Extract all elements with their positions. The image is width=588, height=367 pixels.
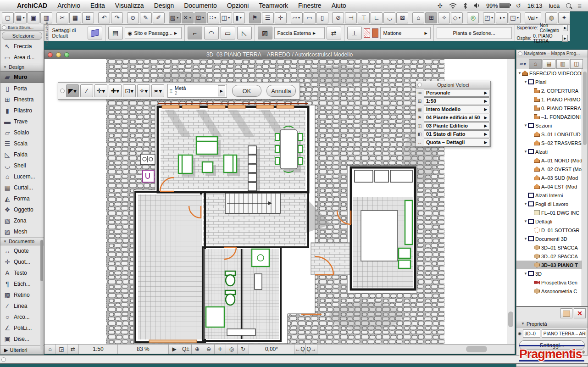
viewpoint-name-field[interactable]: PIANO TERRA – ARRE xyxy=(542,329,586,338)
copy-button[interactable]: ▦ xyxy=(69,12,81,23)
tool-pilastro[interactable]: ▮Pilastro xyxy=(0,105,44,116)
drag-node-button[interactable]: ⊠ xyxy=(396,12,408,23)
document-section-header[interactable]: ▼Documento xyxy=(0,237,44,245)
top-link-button[interactable]: ▶ xyxy=(563,24,568,31)
navigator-title[interactable]: Navigatore – Mappa Prog... xyxy=(516,50,588,57)
tool-mesh[interactable]: ▨Mesh xyxy=(0,226,44,237)
menu-item-visualizza[interactable]: Visualizza xyxy=(110,2,149,9)
bluetooth-icon[interactable] xyxy=(463,3,467,9)
expand-arrow-icon[interactable]: ▼ xyxy=(523,219,528,223)
check-model-button[interactable]: ◎ xyxy=(467,12,479,23)
menu-item-finestre[interactable]: Finestre xyxy=(293,2,327,9)
layer-field[interactable]: ◉ Sito e Paesagg... ▶ xyxy=(125,27,182,39)
paste-button[interactable]: ⊞ xyxy=(82,12,94,23)
tool-shell[interactable]: ◡Shell xyxy=(0,160,44,171)
cut-fill-swatch[interactable] xyxy=(364,28,370,38)
elevation-button[interactable]: ⊤ xyxy=(358,12,370,23)
model-view-button[interactable]: ⌂ xyxy=(44,345,56,354)
new-viewpoint-button[interactable] xyxy=(560,308,572,318)
tree-item-a-03-sud-mod[interactable]: A–03 SUD (Mod xyxy=(516,173,582,182)
tree-item-1-piano-primo[interactable]: 1. PIANO PRIMO xyxy=(516,95,582,104)
menu-item-archivio[interactable]: Archivio xyxy=(52,2,85,9)
expand-arrow-icon[interactable]: ▼ xyxy=(517,71,522,75)
coordinates-button[interactable]: ⊡▼ xyxy=(194,12,206,23)
zoom-out-button[interactable]: ⊖ xyxy=(203,345,215,354)
meta-expand-button[interactable]: ▶ xyxy=(218,85,225,96)
menu-item-archicad[interactable]: ArchiCAD xyxy=(12,2,52,9)
quick-option-03-piante-edificio[interactable]: ◫03 Piante Edificio▶ xyxy=(416,122,490,130)
tool-lucern[interactable]: ⌂Lucern... xyxy=(0,171,44,182)
quick-option-quota-dettagli[interactable]: ↔Quota – Dettagli▶ xyxy=(416,138,490,146)
tree-item-documenti-3d[interactable]: ▼Documenti 3D xyxy=(516,234,582,243)
tool-linea[interactable]: ∕Linea xyxy=(0,300,44,311)
notification-list-icon[interactable]: ≡ xyxy=(577,2,582,10)
new-document-button[interactable]: ▢ xyxy=(2,12,14,23)
time-machine-icon[interactable]: ↺ xyxy=(516,2,521,9)
renovation-button[interactable]: ⚑ xyxy=(249,12,261,23)
tool-polili[interactable]: ∠PoliLi... xyxy=(0,323,44,334)
viewpoint-id-field[interactable]: 3D–0 xyxy=(523,329,540,338)
delete-viewpoint-button[interactable]: ✕ xyxy=(574,308,586,318)
reference-face-field[interactable]: Faccia Esterna▶ xyxy=(274,27,325,39)
quick-option-personale[interactable]: ≔Personale▶ xyxy=(416,89,490,97)
tree-item-d-01-sottogr[interactable]: D–01 SOTTOGR xyxy=(516,226,582,234)
battery-indicator[interactable]: 99% xyxy=(486,2,510,9)
navigator-scrollbar[interactable] xyxy=(582,69,588,306)
menu-item-documento[interactable]: Documento xyxy=(179,2,222,9)
adjust-button[interactable]: ⊣ xyxy=(345,12,357,23)
menu-item-teamwork[interactable]: Teamwork xyxy=(254,2,293,9)
design-section-header[interactable]: ▼Design xyxy=(0,63,44,71)
tree-item-s-01-longitud[interactable]: S–01 LONGITUD xyxy=(516,130,582,139)
info-box-tab[interactable]: Informazioni xyxy=(44,25,49,41)
guide-lines-button[interactable]: ✕▼ xyxy=(182,12,194,23)
tree-item-3d-02-spacca[interactable]: 3D–02 SPACCA xyxy=(516,252,582,261)
frame-window-button[interactable]: ◳▼ xyxy=(509,12,521,23)
redo-button[interactable]: ↷ xyxy=(111,12,123,23)
menu-item-opzioni[interactable]: Opzioni xyxy=(222,2,254,9)
tree-item-prospettiva-gen[interactable]: Prospettiva Gen xyxy=(516,278,582,287)
drawing-canvas[interactable]: ◤▾∕✛▾✚▾⊡▾✧▾≍▾ ⑄ Metà2 ▶ OK Annulla Opzio… xyxy=(44,59,507,345)
eye-icon[interactable]: ◉ xyxy=(128,30,133,36)
expand-arrow-icon[interactable]: ▼ xyxy=(523,237,528,241)
quick-options-title[interactable]: Opzioni Veloci xyxy=(416,81,490,89)
preview-button[interactable]: ◲ xyxy=(56,345,67,354)
display-mode-field[interactable]: Pianta e Sezione... xyxy=(437,27,512,39)
wall-geometry-2-button[interactable]: ▭ xyxy=(221,27,235,39)
tool-arco[interactable]: ○Arco... xyxy=(0,311,44,323)
expand-arrow-icon[interactable]: ▼ xyxy=(523,150,528,154)
angle-field[interactable]: 0,00° xyxy=(249,345,294,354)
user-menu[interactable]: luca xyxy=(549,2,560,9)
tool-solaio[interactable]: ▱Solaio xyxy=(0,127,44,138)
tree-item-a-01-nord-mod[interactable]: A–01 NORD (Mod xyxy=(516,156,582,165)
save-button[interactable]: ▣ xyxy=(28,12,39,23)
menu-item-aiuto[interactable]: Aiuto xyxy=(327,2,351,9)
tool-trave[interactable]: ▬Trave xyxy=(0,116,44,127)
favorites-button[interactable]: ▮▼ xyxy=(233,12,245,23)
tree-item-3d-01-spacca[interactable]: 3D–01 SPACCA xyxy=(516,243,582,252)
expand-arrow-icon[interactable]: ▼ xyxy=(523,80,528,84)
volume-icon[interactable] xyxy=(474,3,480,8)
tool-dise[interactable]: ▣Dise... xyxy=(0,334,44,345)
viewpoint-eye-icon[interactable]: ◉ xyxy=(518,331,521,336)
quick-option-intero-modello[interactable]: ▦Intero Modello▶ xyxy=(416,105,490,113)
tool-quot[interactable]: ✛Quot... xyxy=(0,256,44,267)
layer-settings-button[interactable]: ▤ xyxy=(108,27,123,39)
tool-freccia[interactable]: ↖Freccia xyxy=(0,41,44,52)
toolbox-scrollbar[interactable] xyxy=(40,240,43,350)
wall-face-icon[interactable]: ▨ xyxy=(258,27,272,39)
palette-close-icon[interactable] xyxy=(2,25,6,30)
zoom-window-button[interactable]: ◰▼ xyxy=(483,12,495,23)
pan-hand-button[interactable]: ✛ xyxy=(215,345,226,354)
palette-close-icon[interactable] xyxy=(518,51,522,56)
building-material-field[interactable]: Mattone▶ xyxy=(380,27,431,39)
tree-item-2-copertura[interactable]: 2. COPERTURA xyxy=(516,86,582,95)
tree-item-3d[interactable]: ▼3D xyxy=(516,269,582,278)
door-tool-button[interactable]: ▯ xyxy=(316,12,328,23)
roof-tool-button[interactable]: ⌂ xyxy=(412,12,424,23)
morph-button[interactable]: ◇▼ xyxy=(451,12,463,23)
menu-item-design[interactable]: Design xyxy=(149,2,179,9)
tool-zona[interactable]: ▧Zona xyxy=(0,215,44,226)
layers-button[interactable]: ◫▼ xyxy=(220,12,232,23)
navigator-menu-icon[interactable]: ⇨▾ xyxy=(518,60,528,68)
tree-item-1-fondazioni[interactable]: –1. FONDAZIONI xyxy=(516,112,582,121)
